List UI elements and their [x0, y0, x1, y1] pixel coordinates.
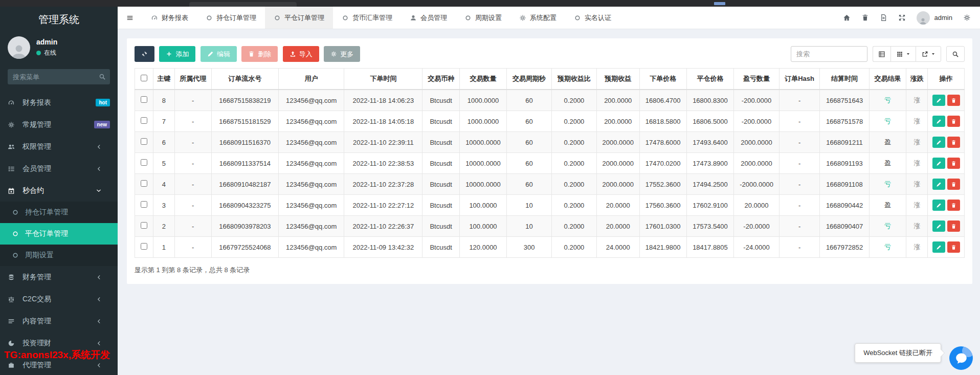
tab-label: 实名认证 [585, 13, 611, 23]
tab-holding-orders[interactable]: 持仓订单管理 [197, 7, 265, 29]
search-button[interactable] [946, 46, 965, 62]
row-edit-button[interactable] [932, 95, 945, 106]
sidebar-item-content[interactable]: 内容管理 [0, 310, 118, 332]
fullscreen-icon[interactable] [898, 14, 906, 21]
row-edit-button[interactable] [932, 200, 945, 211]
row-edit-button[interactable] [932, 137, 945, 148]
cell: -2000.0000 [734, 174, 779, 195]
cell: Btcusdt [422, 90, 459, 111]
sidebar-toggle-button[interactable] [118, 7, 142, 29]
row-delete-button[interactable] [947, 179, 960, 190]
tab-closed-orders[interactable]: 平仓订单管理 [265, 7, 333, 29]
detail-view-button[interactable] [873, 46, 890, 62]
app-root: 管理系统 admin 在线 财务报表hot常规管理new权限管理会员管理秒合约持… [0, 7, 980, 375]
home-icon[interactable] [843, 14, 851, 21]
columns-button[interactable] [890, 46, 916, 62]
more-button[interactable]: 更多 [324, 46, 360, 62]
document-icon[interactable] [880, 14, 887, 21]
table-row: 6-16680911516370123456@qq.com2022-11-10 … [135, 132, 965, 153]
more-button-label: 更多 [340, 50, 353, 59]
search-icon [99, 73, 106, 80]
export-button[interactable] [916, 46, 941, 62]
sidebar-subitem-closed-orders[interactable]: 平仓订单管理 [0, 223, 118, 245]
row-edit-button[interactable] [932, 220, 945, 232]
cell: 亏 [869, 90, 906, 111]
cell: 2000.0000 [734, 153, 779, 174]
cell: - [779, 216, 819, 237]
sidebar-item-permissions[interactable]: 权限管理 [0, 136, 118, 158]
import-button[interactable]: 导入 [283, 46, 319, 62]
tab-realname-auth[interactable]: 实名认证 [565, 7, 620, 29]
row-checkbox[interactable] [141, 138, 147, 145]
add-button[interactable]: 添加 [159, 46, 195, 62]
user-status: 在线 [36, 49, 57, 57]
row-checkbox[interactable] [141, 222, 147, 229]
column-header: 操作 [928, 69, 965, 90]
sidebar-subitem-period-settings[interactable]: 周期设置 [0, 245, 118, 266]
delete-button[interactable]: 删除 [241, 46, 278, 62]
sidebar-item-members[interactable]: 会员管理 [0, 158, 118, 180]
menu-badge: hot [96, 99, 110, 106]
circle-icon [12, 230, 21, 237]
tab-members[interactable]: 会员管理 [401, 7, 456, 29]
menu-search-input[interactable] [8, 69, 110, 84]
sidebar-item-general[interactable]: 常规管理new [0, 114, 118, 136]
column-header: 预期收益比 [552, 69, 597, 90]
row-checkbox[interactable] [141, 243, 147, 250]
user-menu[interactable]: admin [917, 11, 952, 25]
cell: 涨 [906, 216, 928, 237]
row-edit-button[interactable] [932, 179, 945, 190]
cell: 123456@qq.com [278, 174, 344, 195]
trash-icon[interactable] [861, 14, 869, 21]
plus-icon [166, 51, 172, 57]
chevron-left-icon [95, 340, 105, 347]
row-delete-button[interactable] [947, 137, 960, 148]
table-row: 7-16687515181529123456@qq.com2022-11-18 … [135, 111, 965, 132]
tab-system-config[interactable]: 系统配置 [510, 7, 565, 29]
row-checkbox[interactable] [141, 201, 147, 208]
row-select-cell [135, 237, 153, 258]
tab-finance-report[interactable]: 财务报表 [142, 7, 197, 29]
cell: 17493.6400 [686, 132, 733, 153]
dashboard-icon [8, 99, 18, 106]
settings-gear-icon[interactable] [963, 14, 971, 21]
row-checkbox[interactable] [141, 180, 147, 187]
row-delete-button[interactable] [947, 200, 960, 211]
orders-table: 主键所属代理订单流水号用户下单时间交易币种交易数量交易周期秒预期收益比预期收益下… [135, 68, 965, 258]
row-delete-button[interactable] [947, 116, 960, 127]
row-actions-cell [928, 174, 965, 195]
sidebar-item-finance-report[interactable]: 财务报表hot [0, 92, 118, 114]
row-delete-button[interactable] [947, 220, 960, 232]
cell: 18417.8805 [686, 237, 733, 258]
sidebar-item-finance[interactable]: 财务管理 [0, 266, 118, 288]
row-edit-button[interactable] [932, 116, 945, 127]
sidebar-subitem-holding-orders[interactable]: 持仓订单管理 [0, 202, 118, 223]
row-checkbox[interactable] [141, 159, 147, 166]
cell: 20.0000 [734, 195, 779, 216]
row-checkbox[interactable] [141, 117, 147, 124]
table-search-input[interactable] [791, 46, 867, 62]
row-edit-button[interactable] [932, 158, 945, 169]
edit-button[interactable]: 编辑 [201, 46, 237, 62]
row-select-cell [135, 90, 153, 111]
cell: 1668091108 [820, 174, 870, 195]
sidebar-item-second-contract[interactable]: 秒合约 [0, 180, 118, 202]
sidebar-item-c2c-trade[interactable]: C2C交易 [0, 288, 118, 310]
row-select-cell [135, 174, 153, 195]
cell: 16818.5800 [639, 111, 686, 132]
chat-fab-button[interactable] [949, 346, 973, 370]
row-delete-button[interactable] [947, 95, 960, 106]
row-delete-button[interactable] [947, 241, 960, 253]
row-select-cell [135, 195, 153, 216]
row-delete-button[interactable] [947, 158, 960, 169]
tab-currency-rate[interactable]: 货币汇率管理 [333, 7, 401, 29]
row-checkbox[interactable] [141, 96, 147, 103]
cell: 涨 [906, 174, 928, 195]
cell: 亏 [869, 237, 906, 258]
refresh-button[interactable] [135, 46, 154, 62]
tab-period-settings[interactable]: 周期设置 [456, 7, 510, 29]
column-header: 预期收益 [596, 69, 639, 90]
select-all-checkbox[interactable] [141, 75, 147, 81]
cell: -24.0000 [734, 237, 779, 258]
row-edit-button[interactable] [932, 241, 945, 253]
